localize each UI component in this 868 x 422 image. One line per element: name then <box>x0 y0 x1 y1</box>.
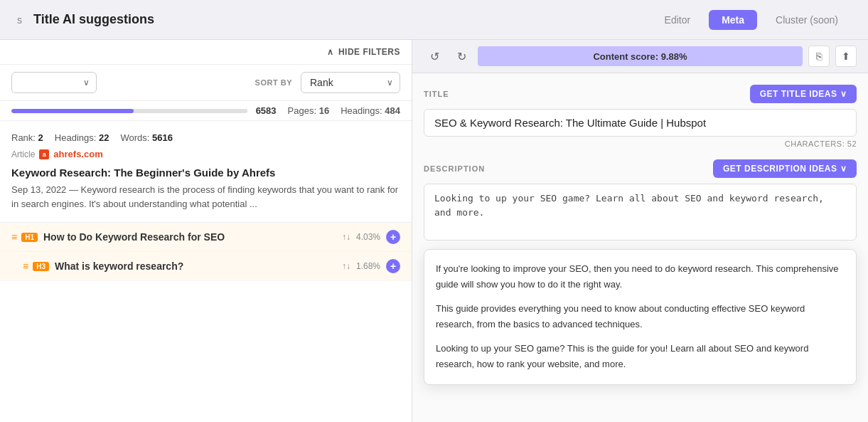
redo-button[interactable]: ↻ <box>451 46 472 67</box>
suggestion-paragraph-1: If you're looking to improve your SEO, t… <box>436 261 845 292</box>
suggestion-paragraph-3: Looking to up your SEO game? This is the… <box>436 341 845 372</box>
progress-bar-track <box>11 109 247 113</box>
get-title-ideas-button[interactable]: GET TITLE IDEAS ∨ <box>750 85 857 103</box>
description-section: DESCRIPTION GET DESCRIPTION IDEAS ∨ Look… <box>424 159 857 243</box>
get-description-ideas-button[interactable]: GET DESCRIPTION IDEAS ∨ <box>713 159 857 178</box>
meta-content: TITLE GET TITLE IDEAS ∨ CHARACTERS: 52 D… <box>412 73 868 422</box>
progress-value: 6583 <box>256 105 277 116</box>
heading-item-h1[interactable]: ≡ H1 How to Do Keyword Research for SEO … <box>0 223 412 252</box>
h1-badge: H1 <box>21 233 38 242</box>
h1-stat-value: 4.03% <box>356 232 380 242</box>
get-title-ideas-label: GET TITLE IDEAS <box>760 89 837 99</box>
source-link[interactable]: ahrefs.com <box>53 149 102 159</box>
tab-editor[interactable]: Editor <box>652 10 704 30</box>
h1-heading-text: How to Do Keyword Research for SEO <box>43 231 342 243</box>
filter-select[interactable] <box>11 72 97 93</box>
h1-heading-stats: ↑↓ 4.03% + <box>342 230 400 244</box>
suggestion-paragraph-2: This guide provides everything you need … <box>436 301 845 332</box>
title-input[interactable] <box>424 109 857 137</box>
sort-wrapper: Rank Words Headings ∨ <box>301 72 400 93</box>
get-description-ideas-label: GET DESCRIPTION IDEAS <box>723 164 837 174</box>
hide-filters-button[interactable]: ∧ HIDE FILTERS <box>327 47 400 57</box>
title-ideas-chevron-icon: ∨ <box>840 89 847 99</box>
filter-wrapper: ∨ <box>11 72 97 93</box>
article-source: Article a ahrefs.com <box>11 149 400 159</box>
headings-meta: Headings: 22 <box>55 132 109 143</box>
ahrefs-icon: a <box>39 149 49 159</box>
article-snippet: Sep 13, 2022 — Keyword research is the p… <box>11 183 400 211</box>
undo-button[interactable]: ↺ <box>424 46 445 67</box>
description-textarea[interactable]: Looking to up your SEO game? Learn all a… <box>424 184 857 241</box>
h1-add-button[interactable]: + <box>386 230 400 244</box>
nav-tabs: Editor Meta Cluster (soon) <box>652 10 851 30</box>
description-label: DESCRIPTION <box>424 164 485 173</box>
toolbar: ↺ ↻ Content score: 9.88% ⎘ ⬆ <box>412 40 868 73</box>
tab-cluster[interactable]: Cluster (soon) <box>763 10 851 30</box>
nav-back-label: s <box>17 14 22 26</box>
page-title: Title AI suggestions <box>33 12 154 27</box>
right-panel: ↺ ↻ Content score: 9.88% ⎘ ⬆ TITLE GET T… <box>412 40 868 422</box>
title-label: TITLE <box>424 90 449 98</box>
h3-stat-value: 1.68% <box>356 261 380 271</box>
suggestions-dropdown: If you're looking to improve your SEO, t… <box>424 249 857 385</box>
main-content: ∧ HIDE FILTERS ∨ SORT BY Rank Words Head… <box>0 40 868 422</box>
export-button[interactable]: ⬆ <box>835 46 857 67</box>
sort-by-label: SORT BY <box>255 78 292 87</box>
h3-list-icon: ≡ <box>23 260 28 272</box>
hide-filters-label: HIDE FILTERS <box>338 47 400 57</box>
h1-stat-icon: ↑↓ <box>342 232 350 242</box>
copy-icon: ⎘ <box>816 51 822 62</box>
progress-stats: 6583 Pages: 16 Headings: 484 <box>256 105 400 116</box>
description-field-header: DESCRIPTION GET DESCRIPTION IDEAS ∨ <box>424 159 857 178</box>
h3-add-button[interactable]: + <box>386 259 400 273</box>
article-title: Keyword Research: The Beginner's Guide b… <box>11 167 400 179</box>
pages-label: Pages: 16 <box>288 105 330 116</box>
heading-item-h3[interactable]: ≡ H3 What is keyword research? ↑↓ 1.68% … <box>0 252 412 281</box>
sort-select[interactable]: Rank Words Headings <box>301 72 400 93</box>
sort-row: ∨ SORT BY Rank Words Headings ∨ <box>0 65 412 101</box>
filters-bar: ∧ HIDE FILTERS <box>0 40 412 65</box>
progress-row: 6583 Pages: 16 Headings: 484 <box>0 101 412 121</box>
left-panel: ∧ HIDE FILTERS ∨ SORT BY Rank Words Head… <box>0 40 412 422</box>
copy-button[interactable]: ⎘ <box>808 46 830 67</box>
description-ideas-chevron-icon: ∨ <box>840 164 847 174</box>
title-field-header: TITLE GET TITLE IDEAS ∨ <box>424 85 857 103</box>
headings-label: Headings: 484 <box>341 105 400 116</box>
export-icon: ⬆ <box>842 51 850 62</box>
title-section: TITLE GET TITLE IDEAS ∨ CHARACTERS: 52 <box>424 85 857 148</box>
article-meta: Rank: 2 Headings: 22 Words: 5616 <box>11 132 400 143</box>
chevron-up-icon: ∧ <box>327 47 334 57</box>
h3-stat-icon: ↑↓ <box>342 261 350 271</box>
top-navigation: s Title AI suggestions Editor Meta Clust… <box>0 0 868 40</box>
tab-meta[interactable]: Meta <box>709 10 757 30</box>
article-type: Article <box>11 149 35 159</box>
progress-bar-fill <box>11 109 134 113</box>
content-score-bar: Content score: 9.88% <box>478 46 803 66</box>
article-card: Rank: 2 Headings: 22 Words: 5616 Article… <box>0 121 412 223</box>
h3-heading-text: What is keyword research? <box>55 260 342 272</box>
h3-heading-stats: ↑↓ 1.68% + <box>342 259 400 273</box>
h1-list-icon: ≡ <box>11 231 17 243</box>
h3-badge: H3 <box>33 262 49 271</box>
char-count: CHARACTERS: 52 <box>424 139 857 148</box>
rank-meta: Rank: 2 <box>11 132 43 143</box>
words-meta: Words: 5616 <box>120 132 172 143</box>
